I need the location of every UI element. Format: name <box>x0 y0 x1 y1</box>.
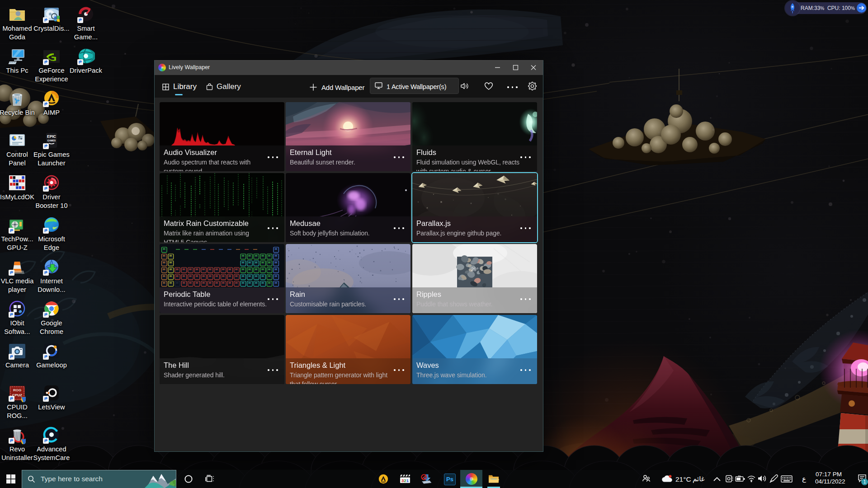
svg-text:29°: 29° <box>471 267 479 272</box>
svg-text:321: 321 <box>401 478 409 483</box>
svg-text:ROG: ROG <box>13 388 21 392</box>
svg-text:EPIC: EPIC <box>47 134 56 139</box>
svg-text:GAMES: GAMES <box>47 139 56 142</box>
